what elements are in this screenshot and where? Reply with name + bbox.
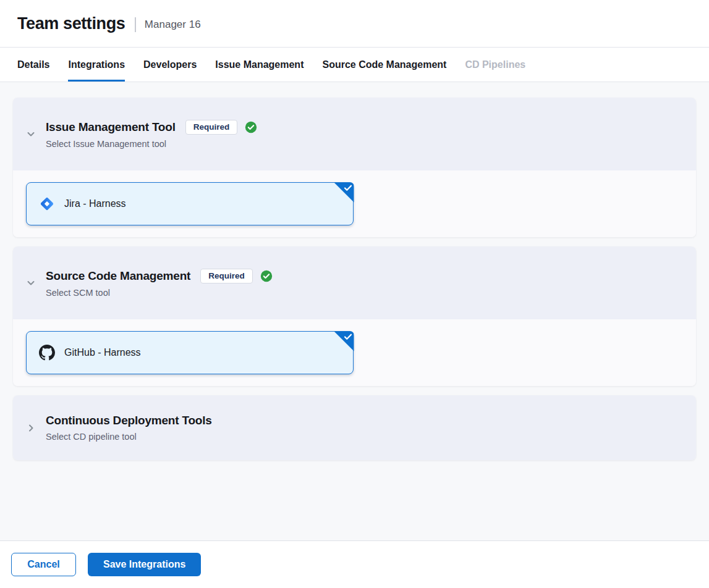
header: Team settings Manager 16 xyxy=(0,0,709,48)
section-issue-management-body: Jira - Harness xyxy=(13,170,696,237)
section-cd-header[interactable]: Continuous Deployment Tools Select CD pi… xyxy=(13,395,696,460)
section-continuous-deployment: Continuous Deployment Tools Select CD pi… xyxy=(13,395,696,460)
section-subtitle: Select SCM tool xyxy=(46,288,273,298)
save-integrations-button[interactable]: Save Integrations xyxy=(88,553,201,576)
section-subtitle: Select Issue Management tool xyxy=(46,139,257,149)
chevron-down-icon[interactable] xyxy=(26,278,36,288)
cancel-button[interactable]: Cancel xyxy=(11,553,76,576)
tab-details[interactable]: Details xyxy=(17,48,49,82)
section-scm-body: GitHub - Harness xyxy=(13,319,696,386)
footer-action-bar: Cancel Save Integrations xyxy=(0,540,709,588)
selected-check-icon xyxy=(334,331,354,351)
required-badge: Required xyxy=(185,120,238,135)
github-icon xyxy=(39,345,55,361)
section-issue-management-header[interactable]: Issue Management Tool Required Select Is… xyxy=(13,98,696,170)
section-issue-management-tool: Issue Management Tool Required Select Is… xyxy=(13,98,696,237)
team-name-label: Manager 16 xyxy=(145,19,201,31)
section-title: Source Code Management xyxy=(46,269,190,283)
team-settings-page: Team settings Manager 16 Details Integra… xyxy=(0,0,709,588)
required-badge: Required xyxy=(200,269,253,284)
section-title: Issue Management Tool xyxy=(46,120,176,134)
chevron-down-icon[interactable] xyxy=(26,129,36,139)
section-title: Continuous Deployment Tools xyxy=(46,414,212,427)
tool-card-label: Jira - Harness xyxy=(64,198,126,209)
section-header-text: Issue Management Tool Required Select Is… xyxy=(46,120,257,149)
section-scm-header[interactable]: Source Code Management Required Select S… xyxy=(13,246,696,319)
section-subtitle: Select CD pipeline tool xyxy=(46,432,212,442)
selected-check-icon xyxy=(334,182,354,203)
chevron-right-icon[interactable] xyxy=(26,423,36,433)
tab-bar: Details Integrations Developers Issue Ma… xyxy=(0,48,709,82)
tab-integrations[interactable]: Integrations xyxy=(68,48,125,82)
tool-card-label: GitHub - Harness xyxy=(64,347,141,358)
tab-developers[interactable]: Developers xyxy=(143,48,197,82)
jira-icon xyxy=(39,196,55,212)
integrations-panel: Issue Management Tool Required Select Is… xyxy=(0,82,709,540)
page-title: Team settings xyxy=(17,14,125,33)
tool-card-jira[interactable]: Jira - Harness xyxy=(26,182,354,225)
tab-source-code-management[interactable]: Source Code Management xyxy=(322,48,446,82)
section-source-code-management: Source Code Management Required Select S… xyxy=(13,246,696,386)
tab-issue-management[interactable]: Issue Management xyxy=(215,48,304,82)
tab-cd-pipelines: CD Pipelines xyxy=(465,48,525,82)
check-circle-icon xyxy=(260,270,273,282)
tool-card-github[interactable]: GitHub - Harness xyxy=(26,331,354,374)
check-circle-icon xyxy=(245,121,257,133)
section-header-text: Source Code Management Required Select S… xyxy=(46,269,273,298)
title-divider xyxy=(135,17,136,32)
section-header-text: Continuous Deployment Tools Select CD pi… xyxy=(46,414,212,442)
